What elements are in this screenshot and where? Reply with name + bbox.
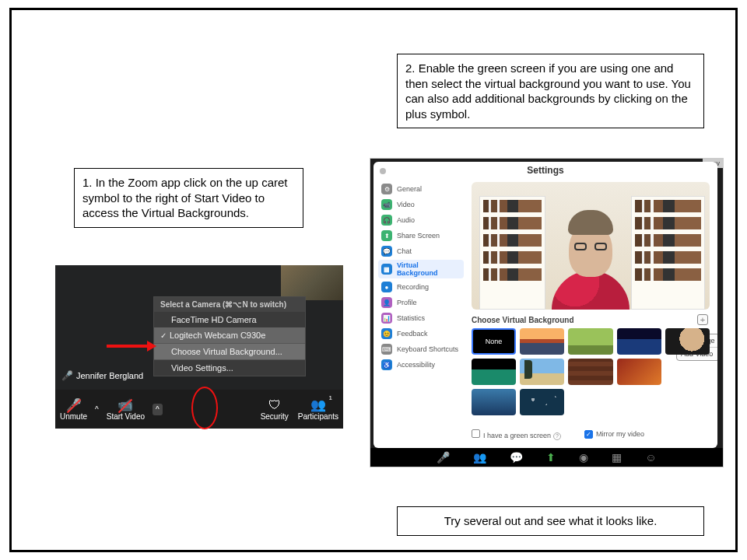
settings-title: Settings	[374, 165, 717, 176]
vb-thumb-bridge[interactable]	[520, 328, 564, 355]
tb-mic-icon[interactable]: 🎤	[437, 451, 450, 464]
settings-sidebar-item[interactable]: ♿Accessibility	[378, 358, 464, 372]
settings-sidebar-item[interactable]: 👤Profile	[378, 296, 464, 310]
sidebar-item-icon: ▦	[381, 264, 392, 275]
zoom-settings-screenshot: prev Settings ⚙General📹Video🎧Audio⬆Share…	[370, 158, 724, 467]
settings-sidebar-item[interactable]: ●Recording	[378, 280, 464, 294]
vb-checkboxes-row: I have a green screen? ✓Mirror my video	[472, 429, 710, 440]
microphone-icon: 🎤	[66, 397, 82, 412]
sidebar-item-icon: 📊	[381, 313, 392, 324]
step-2-text: 2. Enable the green screen if you are us…	[405, 61, 691, 121]
start-video-label: Start Video	[107, 412, 145, 421]
settings-sidebar-item[interactable]: ⚙General	[378, 182, 464, 196]
page-frame: 1. In the Zoom app click on the up caret…	[9, 8, 738, 552]
zoom-toolbar-screenshot: Select a Camera (⌘⌥N to switch) FaceTime…	[55, 265, 343, 429]
sidebar-item-icon: ⚙	[381, 184, 392, 194]
person-illustration	[544, 193, 637, 310]
sidebar-item-label: Feedback	[397, 330, 428, 338]
vb-thumb-aurora[interactable]	[472, 359, 516, 385]
video-settings-label: Video Settings...	[171, 363, 233, 373]
video-thumbnail-bg	[281, 265, 343, 300]
checked-box-icon: ✓	[584, 430, 593, 439]
choose-virtual-background-item[interactable]: Choose Virtual Background...	[154, 344, 305, 359]
vb-none-label: None	[486, 338, 503, 345]
vb-thumb-brick[interactable]	[568, 359, 612, 385]
settings-sidebar: ⚙General📹Video🎧Audio⬆Share Screen💬Chat▦V…	[378, 182, 464, 372]
unmute-button[interactable]: 🎤 Unmute	[55, 397, 92, 421]
sidebar-item-label: Profile	[397, 299, 417, 306]
video-preview	[472, 182, 710, 310]
settings-sidebar-item[interactable]: 💬Chat	[378, 244, 464, 258]
camera-option-facetime-label: FaceTime HD Camera	[171, 315, 257, 324]
vb-thumb-grass[interactable]	[568, 328, 612, 355]
help-icon[interactable]: ?	[553, 432, 561, 440]
muted-mic-icon: 🎤	[61, 370, 73, 381]
sidebar-item-icon: 📹	[381, 199, 392, 210]
settings-sidebar-item[interactable]: ⌨Keyboard Shortcuts	[378, 342, 464, 356]
camera-option-logitech[interactable]: ✓Logitech Webcam C930e	[154, 327, 305, 343]
tb-share-icon[interactable]: ⬆	[546, 451, 556, 464]
security-label: Security	[261, 412, 289, 421]
green-screen-label: I have a green screen	[483, 432, 551, 439]
vb-thumb-blank1[interactable]	[665, 359, 710, 385]
camera-option-logitech-label: Logitech Webcam C930e	[170, 331, 265, 340]
settings-sidebar-item[interactable]: 😊Feedback	[378, 327, 464, 341]
vb-thumb-blank2[interactable]	[568, 389, 612, 415]
video-caret-icon[interactable]: ^	[153, 404, 163, 415]
vb-thumb-earth[interactable]	[665, 328, 710, 355]
shield-icon: 🛡	[268, 398, 281, 412]
camera-option-facetime[interactable]: FaceTime HD Camera	[154, 312, 305, 327]
sidebar-item-icon: ●	[381, 282, 392, 292]
sidebar-item-icon: ⌨	[381, 344, 392, 355]
choose-vb-title: Choose Virtual Background	[472, 316, 574, 324]
video-camera-icon: 📹	[117, 397, 133, 412]
add-background-plus-button[interactable]: +	[697, 314, 708, 325]
green-screen-checkbox[interactable]: I have a green screen?	[472, 429, 561, 440]
sidebar-item-icon: 👤	[381, 297, 392, 308]
settings-sidebar-item[interactable]: 🎧Audio	[378, 213, 464, 227]
vb-thumb-beach[interactable]	[520, 359, 564, 385]
unchecked-box-icon	[472, 429, 480, 438]
tb-reactions-icon[interactable]: ☺	[645, 451, 656, 464]
tb-chat-icon[interactable]: 💬	[510, 451, 523, 464]
settings-sidebar-item[interactable]: 📹Video	[378, 198, 464, 212]
participants-count: 1	[328, 394, 331, 401]
audio-caret-icon[interactable]: ^	[95, 405, 99, 414]
tb-participants-icon[interactable]: 👥	[473, 451, 486, 464]
sidebar-item-label: Share Screen	[397, 232, 440, 240]
vb-thumb-fire[interactable]	[617, 359, 661, 385]
step-1-text: 1. In the Zoom app click on the up caret…	[82, 176, 287, 219]
camera-menu-header: Select a Camera (⌘⌥N to switch)	[154, 297, 305, 312]
mirror-label: Mirror my video	[596, 430, 644, 438]
tb-record-icon[interactable]: ◉	[579, 451, 588, 464]
start-video-button[interactable]: 📹 Start Video	[102, 397, 149, 421]
participants-icon: 👥1	[310, 397, 326, 412]
sidebar-item-icon: ♿	[381, 359, 392, 370]
settings-sidebar-item[interactable]: ⬆Share Screen	[378, 229, 464, 243]
settings-window: Settings ⚙General📹Video🎧Audio⬆Share Scre…	[374, 162, 717, 448]
step-3-text: Try several out and see what it looks li…	[444, 514, 658, 527]
vb-none[interactable]: None	[472, 328, 516, 355]
sidebar-item-icon: 💬	[381, 246, 392, 257]
security-button[interactable]: 🛡 Security	[256, 398, 293, 421]
vb-thumb-space[interactable]	[617, 328, 661, 355]
presenter-name: 🎤 Jennifer Bergland	[61, 370, 143, 381]
tb-apps-icon[interactable]: ▦	[612, 451, 622, 464]
settings-sidebar-item[interactable]: 📊Statistics	[378, 311, 464, 325]
sidebar-item-label: Audio	[397, 216, 415, 224]
bookshelf-left	[479, 196, 545, 310]
unmute-label: Unmute	[60, 412, 87, 421]
sidebar-item-label: Video	[397, 201, 415, 208]
presenter-name-label: Jennifer Bergland	[76, 371, 143, 380]
participants-label: Participants	[298, 412, 338, 421]
vb-thumb-ocean[interactable]	[472, 389, 516, 415]
vb-thumb-stars[interactable]	[520, 389, 564, 415]
red-arrow-annotation	[107, 345, 149, 348]
vb-thumbnail-grid: None	[472, 328, 710, 415]
zoom-main-toolbar: 🎤 👥 💬 ⬆ ◉ ▦ ☺	[370, 448, 723, 467]
video-settings-item[interactable]: Video Settings...	[154, 360, 305, 376]
settings-sidebar-item[interactable]: ▦Virtual Background	[378, 260, 464, 278]
participants-button[interactable]: 👥1 Participants	[293, 397, 343, 421]
sidebar-item-label: Accessibility	[397, 361, 435, 369]
mirror-video-checkbox[interactable]: ✓Mirror my video	[584, 430, 644, 439]
